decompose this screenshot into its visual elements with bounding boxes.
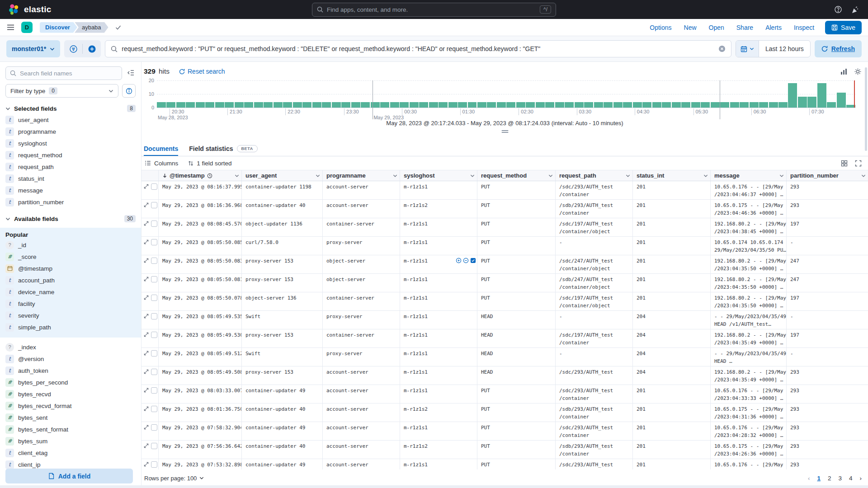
expand-row-icon[interactable] [144,406,149,411]
table-row[interactable]: May 29, 2023 @ 07:53:32.898container-upd… [142,459,868,469]
table-row[interactable]: May 29, 2023 @ 08:05:49.530proxy-server … [142,329,868,348]
breadcrumb-title[interactable]: aybaba [75,22,108,33]
histogram-bar[interactable] [798,97,807,108]
histogram-bar[interactable] [322,102,331,108]
histogram-bar[interactable] [652,102,661,108]
display-density-icon[interactable] [841,160,848,167]
histogram-bar[interactable] [769,102,778,108]
field-item-requestmethod[interactable]: trequest_method [5,149,136,161]
histogram-bar[interactable] [332,102,341,108]
histogram-bar[interactable] [176,102,185,108]
global-search-input[interactable]: Find apps, content, and more. ^/ [312,3,556,17]
field-item-clientetag[interactable]: tclient_etag [5,447,136,459]
histogram-bar[interactable] [740,102,749,108]
histogram-bar[interactable] [166,102,175,108]
histogram-bar[interactable] [410,102,419,108]
histogram-bar[interactable] [458,102,467,108]
histogram-bar[interactable] [225,102,234,108]
histogram-bar[interactable] [778,102,788,108]
table-row[interactable]: May 29, 2023 @ 08:03:33.007container-upd… [142,385,868,404]
field-item-bytessentformat[interactable]: #bytes_sent_format [5,423,136,435]
next-page-button[interactable]: › [860,475,862,482]
tab-documents[interactable]: Documents [144,141,178,156]
histogram-bar[interactable] [506,102,515,108]
histogram-bar[interactable] [691,102,700,108]
histogram-bar[interactable] [157,102,166,108]
row-checkbox[interactable] [151,424,157,431]
table-row[interactable]: May 29, 2023 @ 08:08:45.570object-update… [142,218,868,237]
expand-row-icon[interactable] [144,443,149,448]
field-item-simplepath[interactable]: tsimple_path [5,321,136,333]
field-item-bytesrecvd[interactable]: #bytes_recvd [5,388,136,400]
field-item-requestpath[interactable]: trequest_path [5,161,136,173]
histogram-bar[interactable] [584,102,593,108]
row-checkbox[interactable] [151,332,157,338]
expand-row-icon[interactable] [144,462,149,467]
chart-options-icon[interactable] [840,68,848,75]
field-item-message[interactable]: tmessage [5,184,136,196]
expand-row-icon[interactable] [144,277,149,282]
help-icon[interactable] [834,5,842,14]
row-checkbox[interactable] [151,276,157,282]
histogram-bar[interactable] [788,83,797,108]
row-checkbox[interactable] [151,387,157,394]
histogram-bar[interactable] [827,102,836,108]
expand-row-icon[interactable] [144,425,149,430]
field-item-authtoken[interactable]: tauth_token [5,365,136,376]
row-checkbox[interactable] [151,461,157,468]
announcements-icon[interactable] [851,5,860,14]
column-header-request_path[interactable]: request_path [556,170,633,181]
field-item-bytespersecond[interactable]: #bytes_per_second [5,376,136,388]
histogram-bar[interactable] [468,102,477,108]
row-checkbox[interactable] [151,183,157,190]
field-item-sysloghost[interactable]: tsysloghost [5,137,136,149]
page-button-2[interactable]: 2 [828,475,831,482]
histogram-bar[interactable] [380,102,389,108]
nav-link-open[interactable]: Open [709,24,724,31]
save-button[interactable]: Save [825,21,862,34]
histogram-bar[interactable] [536,102,545,108]
table-row[interactable]: May 29, 2023 @ 08:05:49.535Swiftproxy-se… [142,311,868,329]
selected-fields-header[interactable]: Selected fields 8 [5,105,136,112]
histogram-bar[interactable] [594,102,603,108]
histogram-bar[interactable] [837,93,846,108]
add-filter-icon[interactable] [83,40,101,57]
histogram-bar[interactable] [623,102,632,108]
expand-row-icon[interactable] [144,184,149,189]
rows-per-page-button[interactable]: Rows per page: 100 [144,475,204,482]
histogram-bar[interactable] [642,102,651,108]
available-fields-header[interactable]: Available fields 30 [5,215,136,222]
row-checkbox[interactable] [151,202,157,208]
expand-row-icon[interactable] [144,332,149,337]
table-row[interactable]: May 29, 2023 @ 08:05:50.081proxy-server … [142,274,868,292]
sort-fields-button[interactable]: 1 field sorted [188,160,231,167]
field-item-bytessum[interactable]: #bytes_sum [5,435,136,447]
page-button-4[interactable]: 4 [849,475,853,482]
histogram-bar[interactable] [235,102,244,108]
histogram-bar[interactable] [293,102,302,108]
page-button-1[interactable]: 1 [817,475,821,482]
histogram-bar[interactable] [807,97,816,108]
expand-row-icon[interactable] [144,221,149,226]
nav-link-inspect[interactable]: Inspect [794,24,814,31]
histogram-bar[interactable] [341,102,350,108]
row-checkbox[interactable] [151,313,157,319]
expand-row-icon[interactable] [144,388,149,393]
histogram-bar[interactable] [750,102,759,108]
elastic-brand[interactable]: elastic [8,4,52,15]
histogram-bar[interactable] [565,102,574,108]
field-item-version[interactable]: t@version [5,353,136,365]
prev-page-button[interactable]: ‹ [808,475,810,482]
field-item-facility[interactable]: tfacility [5,298,136,310]
columns-button[interactable]: Columns [145,160,178,167]
row-checkbox[interactable] [151,443,157,449]
expand-row-icon[interactable] [144,295,149,300]
expand-row-icon[interactable] [144,314,149,319]
histogram-bar[interactable] [419,102,428,108]
histogram-bar[interactable] [575,102,584,108]
gear-icon[interactable] [854,68,862,75]
field-item-severity[interactable]: tseverity [5,310,136,321]
row-checkbox[interactable] [151,239,157,245]
histogram-bar[interactable] [448,102,458,108]
table-row[interactable]: May 29, 2023 @ 08:01:36.750container-upd… [142,404,868,422]
